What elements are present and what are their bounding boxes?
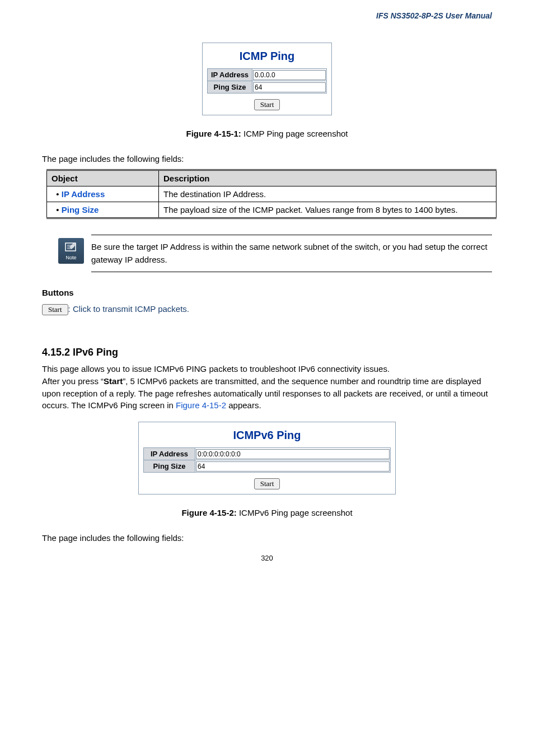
table1-header-object: Object [47,170,159,186]
table1-header-description: Description [159,170,496,186]
start-button-inline[interactable]: Start [42,304,68,315]
note-icon-label: Note [65,255,76,260]
icmp-ping-title: ICMP Ping [212,50,322,63]
ipv6-address-input[interactable] [196,449,390,459]
fields-table-1: Object Description • IP Address The dest… [46,169,496,219]
ip-address-input[interactable] [253,70,326,80]
intro-text-2: The page includes the following fields: [42,533,492,543]
start-button[interactable]: Start [254,99,280,110]
figure-caption-1: Figure 4-15-1: ICMP Ping page screenshot [42,129,492,138]
note-block: Note Be sure the target IP Address is wi… [58,235,492,272]
buttons-heading: Buttons [42,288,492,297]
ipv6-ping-size-label: Ping Size [144,460,195,473]
section-line1: This page allows you to issue ICMPv6 PIN… [42,364,390,374]
ip-address-label: IP Address [207,69,252,81]
row1-object: IP Address [62,189,105,199]
figure-caption-2: Figure 4-15-2: ICMPv6 Ping page screensh… [42,508,492,517]
row2-desc: The payload size of the ICMP packet. Val… [159,202,496,218]
note-icon: Note [58,238,84,264]
ipv6-ping-size-input[interactable] [196,461,390,472]
ping-size-input[interactable] [253,82,326,92]
figure-caption-1-rest: ICMP Ping page screenshot [241,129,348,138]
table-row: • IP Address The destination IP Address. [47,186,496,202]
ipv6-address-label: IP Address [144,448,195,460]
start-button-desc: : Click to transmit ICMP packets. [68,304,189,314]
page-number: 320 [42,554,492,562]
figure-link[interactable]: Figure 4-15-2 [176,400,226,410]
figure-caption-2-bold: Figure 4-15-2: [181,508,236,517]
icmpv6-ping-panel: ICMPv6 Ping IP Address Ping Size Start [138,422,396,494]
intro-text-1: The page includes the following fields: [42,154,492,164]
section-line2e: appears. [226,400,261,410]
note-text: Be sure the target IP Address is within … [91,235,492,272]
row2-object: Ping Size [62,205,99,214]
icmpv6-ping-title: ICMPv6 Ping [148,429,386,442]
figure-caption-2-rest: ICMPv6 Ping page screenshot [237,508,353,517]
ipv6-start-button[interactable]: Start [254,478,280,489]
figure-caption-1-bold: Figure 4-15-1: [186,129,241,138]
section-line2b: Start [104,376,123,386]
row1-desc: The destination IP Address. [159,186,496,202]
section-heading: 4.15.2 IPv6 Ping [42,347,492,358]
table-row: • Ping Size The payload size of the ICMP… [47,202,496,218]
section-body: This page allows you to issue ICMPv6 PIN… [42,363,492,412]
section-line2a: After you press “ [42,376,104,386]
icmp-ping-panel: ICMP Ping IP Address Ping Size Start [202,43,332,115]
ping-size-label: Ping Size [207,81,252,94]
document-header: IFS NS3502-8P-2S User Manual [42,11,492,20]
